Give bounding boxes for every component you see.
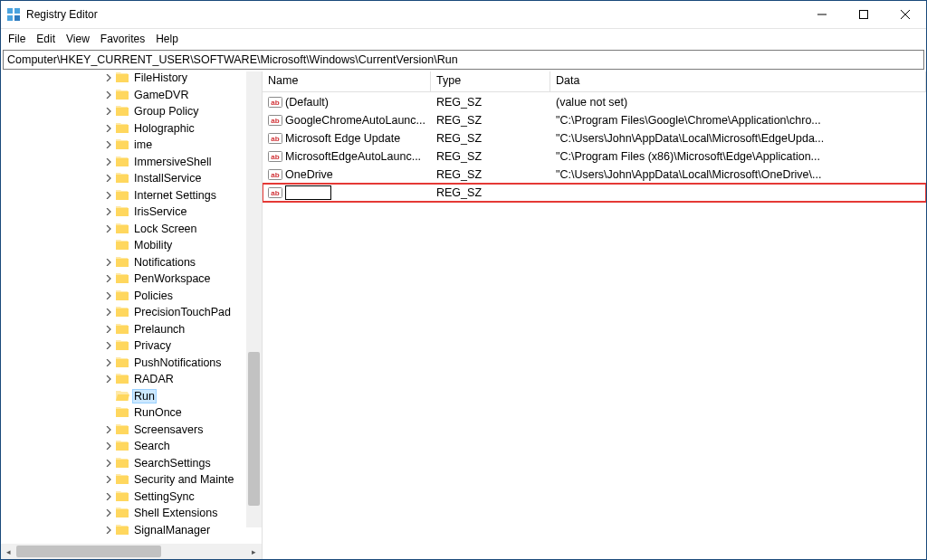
tree-item[interactable]: Group Policy	[1, 103, 235, 120]
minimize-button[interactable]	[801, 1, 843, 28]
folder-icon	[115, 205, 129, 218]
menu-file[interactable]: File	[3, 31, 31, 47]
tree-item-label: GameDVR	[132, 89, 190, 101]
value-type: REG_SZ	[431, 114, 550, 127]
tree-item[interactable]: Search	[1, 438, 235, 455]
tree-item[interactable]: PrecisionTouchPad	[1, 304, 235, 321]
folder-icon	[115, 289, 129, 302]
expand-chevron-icon[interactable]	[102, 373, 115, 385]
tree-item[interactable]: Lock Screen	[1, 221, 235, 238]
menu-help[interactable]: Help	[150, 31, 184, 47]
expand-chevron-icon[interactable]	[102, 524, 115, 536]
expand-chevron-icon[interactable]	[102, 71, 115, 84]
folder-icon	[115, 356, 129, 369]
expand-chevron-icon[interactable]	[102, 440, 115, 452]
value-row[interactable]: abGoogleChromeAutoLaunc...REG_SZ"C:\Prog…	[263, 111, 926, 129]
tree-item-label: SignalManager	[132, 524, 212, 536]
expand-chevron-icon[interactable]	[102, 507, 115, 519]
registry-tree[interactable]: FileHistoryGameDVRGroup PolicyHolographi…	[1, 71, 235, 538]
tree-item[interactable]: Policies	[1, 288, 235, 305]
expand-chevron-icon[interactable]	[102, 205, 115, 218]
menu-favorites[interactable]: Favorites	[95, 31, 150, 47]
tree-item[interactable]: GameDVR	[1, 87, 235, 104]
tree-item-label: Search	[132, 440, 172, 452]
expand-chevron-icon[interactable]	[102, 390, 115, 403]
tree-item[interactable]: PushNotifications	[1, 355, 235, 372]
expand-chevron-icon[interactable]	[102, 306, 115, 318]
tree-item[interactable]: Mobility	[1, 237, 235, 254]
maximize-button[interactable]	[843, 1, 884, 28]
expand-chevron-icon[interactable]	[102, 105, 115, 118]
expand-chevron-icon[interactable]	[102, 223, 115, 235]
menu-edit[interactable]: Edit	[31, 31, 61, 47]
expand-chevron-icon[interactable]	[102, 138, 115, 151]
app-icon	[6, 7, 21, 22]
tree-item[interactable]: PenWorkspace	[1, 271, 235, 288]
expand-chevron-icon[interactable]	[102, 289, 115, 302]
scrollbar-thumb[interactable]	[16, 546, 161, 557]
expand-chevron-icon[interactable]	[102, 490, 115, 503]
tree-item[interactable]: Screensavers	[1, 422, 235, 439]
expand-chevron-icon[interactable]	[102, 323, 115, 336]
tree-item[interactable]: Holographic	[1, 120, 235, 138]
expand-chevron-icon[interactable]	[102, 256, 115, 269]
tree-item[interactable]: ImmersiveShell	[1, 154, 235, 171]
column-header-data[interactable]: Data	[550, 71, 926, 91]
scroll-right-button[interactable]: ▸	[246, 544, 262, 559]
expand-chevron-icon[interactable]	[102, 473, 115, 486]
tree-item[interactable]: RunOnce	[1, 404, 235, 422]
tree-item[interactable]: Security and Mainte	[1, 471, 235, 489]
tree-item[interactable]: Shell Extensions	[1, 505, 235, 522]
value-row[interactable]: abMalwareREG_SZ	[263, 184, 926, 202]
scrollbar-track[interactable]	[16, 544, 246, 559]
menu-view[interactable]: View	[61, 31, 95, 47]
expand-chevron-icon[interactable]	[102, 89, 115, 101]
address-bar[interactable]: Computer\HKEY_CURRENT_USER\SOFTWARE\Micr…	[3, 50, 924, 70]
expand-chevron-icon[interactable]	[102, 339, 115, 352]
value-row[interactable]: ab(Default)REG_SZ(value not set)	[263, 93, 926, 111]
tree-item-label: Holographic	[132, 122, 196, 135]
folder-icon	[115, 473, 129, 486]
expand-chevron-icon[interactable]	[102, 239, 115, 252]
tree-item[interactable]: FileHistory	[1, 71, 235, 87]
tree-item[interactable]: Prelaunch	[1, 321, 235, 338]
scroll-left-button[interactable]: ◂	[1, 544, 16, 559]
value-row[interactable]: abOneDriveREG_SZ"C:\Users\John\AppData\L…	[263, 166, 926, 184]
tree-item[interactable]: SettingSync	[1, 489, 235, 506]
expand-chevron-icon[interactable]	[102, 356, 115, 369]
tree-item[interactable]: IrisService	[1, 204, 235, 221]
column-header-type[interactable]: Type	[431, 71, 550, 91]
tree-item[interactable]: ime	[1, 137, 235, 154]
folder-icon	[115, 524, 129, 536]
tree-item[interactable]: Run	[1, 388, 235, 405]
tree-vertical-scrollbar[interactable]	[246, 71, 262, 527]
tree-horizontal-scrollbar[interactable]: ◂ ▸	[1, 544, 262, 559]
tree-item-label: PushNotifications	[132, 356, 224, 369]
titlebar: Registry Editor	[1, 1, 926, 28]
tree-item[interactable]: Privacy	[1, 337, 235, 355]
expand-chevron-icon[interactable]	[102, 406, 115, 419]
expand-chevron-icon[interactable]	[102, 457, 115, 470]
value-row[interactable]: abMicrosoft Edge UpdateREG_SZ"C:\Users\J…	[263, 129, 926, 147]
column-header-name[interactable]: Name	[263, 71, 431, 91]
value-row[interactable]: abMicrosoftEdgeAutoLaunc...REG_SZ"C:\Pro…	[263, 147, 926, 166]
tree-item[interactable]: SearchSettings	[1, 455, 235, 472]
expand-chevron-icon[interactable]	[102, 156, 115, 168]
expand-chevron-icon[interactable]	[102, 172, 115, 185]
folder-icon	[115, 390, 129, 403]
tree-item[interactable]: SignalManager	[1, 522, 235, 539]
expand-chevron-icon[interactable]	[102, 272, 115, 285]
string-value-icon: ab	[268, 95, 282, 109]
tree-item[interactable]: InstallService	[1, 170, 235, 187]
expand-chevron-icon[interactable]	[102, 122, 115, 135]
folder-icon	[115, 89, 129, 101]
tree-item[interactable]: Internet Settings	[1, 187, 235, 204]
expand-chevron-icon[interactable]	[102, 189, 115, 202]
close-button[interactable]	[884, 1, 926, 28]
tree-item-label: FileHistory	[132, 71, 189, 84]
tree-item[interactable]: Notifications	[1, 254, 235, 271]
folder-icon	[115, 406, 129, 419]
expand-chevron-icon[interactable]	[102, 423, 115, 436]
scrollbar-thumb[interactable]	[248, 352, 260, 506]
tree-item[interactable]: RADAR	[1, 371, 235, 388]
